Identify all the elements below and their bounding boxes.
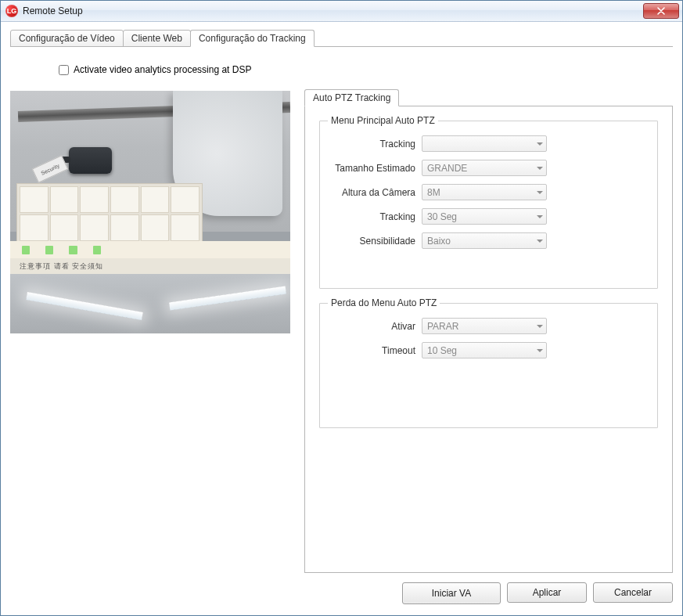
row-activate-loss: Ativar PARAR xyxy=(331,318,646,334)
label-tracking-duration: Tracking xyxy=(331,211,422,222)
cancel-button[interactable]: Cancelar xyxy=(593,582,673,603)
tab-page-tracking: Activate video analytics processing at D… xyxy=(10,47,673,604)
row-tracking-mode: Tracking xyxy=(331,135,646,152)
activate-analytics-row[interactable]: Activate video analytics processing at D… xyxy=(59,64,673,75)
remote-setup-window: LG Remote Setup Configuração de Vídeo Cl… xyxy=(0,0,683,616)
tab-video-config[interactable]: Configuração de Vídeo xyxy=(10,30,124,47)
combo-tracking-duration[interactable]: 30 Seg xyxy=(422,208,547,225)
close-icon xyxy=(657,7,665,15)
row-camera-height: Altura da Câmera 8M xyxy=(331,184,646,200)
inner-tabs: Auto PTZ Tracking xyxy=(304,89,673,106)
activate-analytics-checkbox[interactable] xyxy=(59,65,69,75)
left-column: Security 注意事項 请看 安全须知 xyxy=(10,89,290,604)
label-camera-height: Altura da Câmera xyxy=(331,187,422,198)
camera-icon xyxy=(69,147,112,174)
group-loss-title: Perda do Menu Auto PTZ xyxy=(328,297,440,308)
row-sensitivity: Sensibilidade Baixo xyxy=(331,232,646,249)
combo-estimated-size[interactable]: GRANDE xyxy=(422,160,547,176)
group-main-title: Menu Principal Auto PTZ xyxy=(328,115,438,126)
combo-sensitivity[interactable]: Baixo xyxy=(422,232,547,249)
start-va-button[interactable]: Iniciar VA xyxy=(402,582,501,604)
combo-camera-height[interactable]: 8M xyxy=(422,184,547,200)
label-sensitivity: Sensibilidade xyxy=(331,236,422,247)
inner-pane: Menu Principal Auto PTZ Tracking Tamanho… xyxy=(304,106,673,573)
main-columns: Security 注意事項 请看 安全须知 xyxy=(10,89,673,604)
chevron-down-icon xyxy=(537,240,543,243)
combo-tracking-mode[interactable] xyxy=(422,135,547,152)
label-estimated-size: Tamanho Estimado xyxy=(331,163,422,174)
combo-timeout[interactable]: 10 Seg xyxy=(422,342,547,358)
chevron-down-icon xyxy=(537,215,543,218)
row-timeout: Timeout 10 Seg xyxy=(331,342,646,358)
right-column: Auto PTZ Tracking Menu Principal Auto PT… xyxy=(304,89,673,604)
label-tracking-mode: Tracking xyxy=(331,139,422,149)
tab-tracking-config[interactable]: Configuração do Tracking xyxy=(190,30,315,47)
video-preview: Security 注意事項 请看 安全须知 xyxy=(10,91,290,333)
chevron-down-icon xyxy=(537,191,543,194)
action-buttons: Iniciar VA Aplicar Cancelar xyxy=(304,582,673,604)
group-loss-auto-ptz: Perda do Menu Auto PTZ Ativar PARAR Time… xyxy=(319,303,658,428)
close-button[interactable] xyxy=(643,3,679,19)
label-activate-loss: Ativar xyxy=(331,321,422,332)
tab-auto-ptz-tracking[interactable]: Auto PTZ Tracking xyxy=(304,89,399,106)
chevron-down-icon xyxy=(537,142,543,146)
row-estimated-size: Tamanho Estimado GRANDE xyxy=(331,160,646,176)
group-main-auto-ptz: Menu Principal Auto PTZ Tracking Tamanho… xyxy=(319,121,658,289)
row-tracking-duration: Tracking 30 Seg xyxy=(331,208,646,225)
window-title: Remote Setup xyxy=(23,5,643,16)
chevron-down-icon xyxy=(537,325,543,328)
client-area: Configuração de Vídeo Cliente Web Config… xyxy=(1,22,682,615)
activate-analytics-label: Activate video analytics processing at D… xyxy=(74,64,251,75)
tab-web-client[interactable]: Cliente Web xyxy=(123,30,191,47)
apply-button[interactable]: Aplicar xyxy=(507,582,587,603)
titlebar: LG Remote Setup xyxy=(1,1,682,22)
app-icon: LG xyxy=(5,5,18,17)
label-timeout: Timeout xyxy=(331,345,422,356)
chevron-down-icon xyxy=(537,349,543,352)
top-tabs: Configuração de Vídeo Cliente Web Config… xyxy=(10,30,673,47)
combo-activate-loss[interactable]: PARAR xyxy=(422,318,547,334)
chevron-down-icon xyxy=(537,167,543,170)
